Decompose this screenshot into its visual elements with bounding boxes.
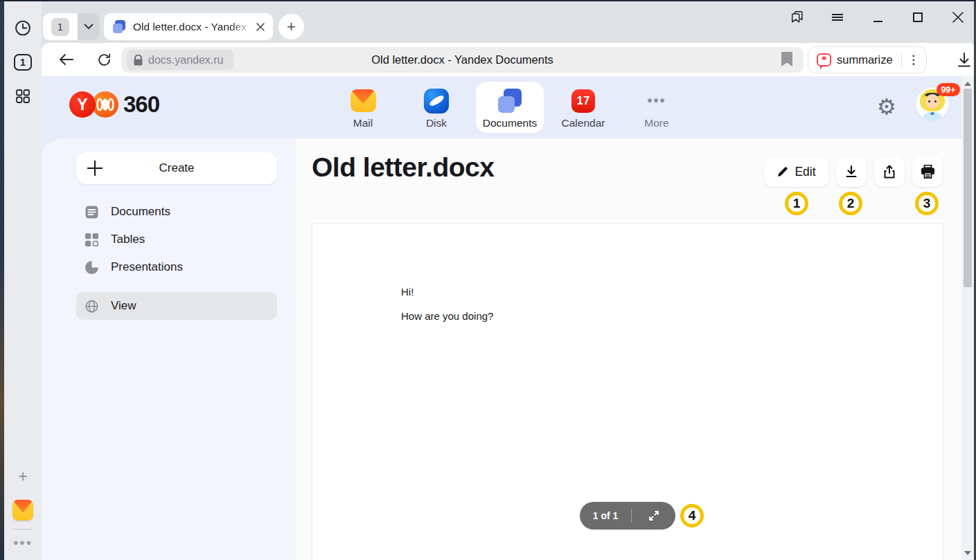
tab-strip: 1 Old letter.docx - Yandex +	[42, 0, 976, 43]
reload-button[interactable]	[90, 43, 118, 76]
sidebar-divider	[13, 529, 33, 530]
sidebar-item-view[interactable]: View	[76, 292, 277, 320]
sidebar-more-icon[interactable]: •••	[13, 534, 33, 551]
tables-icon	[85, 233, 98, 246]
reload-icon	[97, 53, 112, 67]
print-icon	[921, 165, 935, 179]
address-bar[interactable]: Old letter.docx - Yandex Documents docs.…	[121, 47, 804, 73]
yandex-o-icon	[92, 91, 118, 118]
desktop-edge	[0, 0, 4, 560]
logo-360-text: 360	[123, 91, 159, 118]
history-clock-icon[interactable]	[15, 19, 32, 37]
sidebar-item-presentations[interactable]: Presentations	[76, 253, 277, 281]
settings-gear-icon[interactable]: ⚙	[873, 93, 900, 120]
new-tab-button[interactable]: +	[278, 14, 304, 39]
minimize-button[interactable]	[869, 9, 886, 26]
page-scrollbar[interactable]	[961, 76, 974, 560]
more-dots-icon: •••	[644, 88, 670, 114]
annotation-circle-3: 3	[915, 192, 939, 215]
download-icon	[844, 165, 858, 179]
side-panels-icon[interactable]	[789, 9, 806, 26]
yandex-mail-shortcut-icon[interactable]	[12, 500, 33, 521]
notification-badge: 99+	[937, 83, 960, 96]
documents-sidebar: Create Documents Tables Presentations Vi…	[42, 138, 296, 560]
view-globe-icon	[85, 299, 98, 313]
app-nav: Mail Disk Documents 17 Calendar ••• More	[326, 82, 693, 133]
scroll-up-icon[interactable]	[964, 82, 971, 86]
download-arrow-icon	[957, 53, 971, 67]
back-arrow-icon	[59, 53, 74, 66]
url-text: docs.yandex.ru	[148, 54, 224, 66]
scrollbar-thumb[interactable]	[964, 89, 972, 287]
menu-hamburger-icon[interactable]	[829, 9, 846, 26]
document-text-line: Hi!	[401, 286, 414, 298]
tab-count-button[interactable]: 1	[14, 54, 32, 71]
documents-app-icon	[497, 88, 523, 114]
active-tab[interactable]: Old letter.docx - Yandex	[104, 13, 273, 40]
maximize-button[interactable]	[910, 9, 926, 26]
annotation-circle-1: 1	[785, 192, 808, 215]
edit-button[interactable]: Edit	[764, 156, 828, 187]
sidebar-item-tables[interactable]: Tables	[76, 226, 277, 253]
browser-window: 1 + ••• 1 Old letter.docx - Yandex +	[0, 0, 976, 560]
plus-icon	[87, 161, 103, 176]
toolbar-divider	[901, 54, 902, 66]
documents-icon	[85, 205, 98, 219]
nav-item-disk[interactable]: Disk	[402, 82, 470, 133]
scroll-down-icon[interactable]	[964, 551, 971, 555]
page-counter: 1 of 1	[580, 510, 631, 521]
presentations-icon	[85, 260, 98, 274]
tab-title: Old letter.docx - Yandex	[133, 21, 256, 33]
bookmark-icon[interactable]	[781, 52, 792, 66]
sidebar-item-documents[interactable]: Documents	[76, 198, 277, 226]
create-button[interactable]: Create	[76, 152, 277, 184]
window-top-edge	[0, 0, 976, 1]
disk-app-icon	[424, 88, 450, 114]
yandex360-logo[interactable]: Y 360	[69, 91, 159, 118]
close-button[interactable]	[950, 9, 966, 26]
nav-item-calendar[interactable]: 17 Calendar	[549, 82, 617, 133]
nav-item-documents[interactable]: Documents	[476, 82, 544, 133]
page-pager[interactable]: 1 of 1	[580, 502, 675, 530]
tab-group-chevron[interactable]	[78, 13, 100, 40]
tab-group[interactable]: 1	[43, 13, 100, 40]
apps-grid-icon[interactable]	[15, 89, 30, 104]
fullscreen-button[interactable]	[632, 510, 675, 521]
document-view-area: Old letter.docx Edit 1 2 3 Hi! How are y…	[296, 138, 961, 560]
share-button[interactable]	[874, 156, 905, 187]
tab-close-icon[interactable]	[256, 23, 265, 31]
sidebar-add-icon[interactable]: +	[18, 467, 28, 486]
summarize-menu-icon[interactable]: ⋮	[907, 58, 919, 62]
tab-group-count[interactable]: 1	[43, 13, 78, 40]
document-title: Old letter.docx	[312, 152, 494, 183]
nav-item-mail[interactable]: Mail	[329, 82, 397, 133]
print-button[interactable]	[912, 156, 943, 187]
calendar-date-badge: 17	[571, 89, 595, 113]
summarize-quote-icon: ❝	[817, 53, 831, 66]
lock-icon	[134, 55, 143, 66]
yandex-y-icon: Y	[69, 91, 96, 118]
site-info-pill[interactable]: docs.yandex.ru	[127, 50, 233, 70]
summarize-button[interactable]: ❝ summarize ⋮	[808, 46, 927, 73]
calendar-app-icon: 17	[571, 88, 596, 114]
documents-favicon	[112, 20, 126, 34]
edit-pencil-icon	[777, 166, 788, 178]
document-text-line: How are you doing?	[401, 310, 493, 322]
share-icon	[882, 165, 896, 179]
browser-toolbar: Old letter.docx - Yandex Documents docs.…	[42, 43, 976, 76]
nav-item-more[interactable]: ••• More	[623, 82, 691, 133]
browser-sidebar: 1 + •••	[4, 0, 42, 560]
download-button[interactable]	[836, 156, 867, 187]
annotation-circle-4: 4	[680, 504, 704, 527]
annotation-circle-2: 2	[839, 192, 862, 215]
chevron-down-icon	[84, 24, 94, 30]
downloads-button[interactable]	[950, 43, 976, 76]
mail-app-icon	[351, 88, 376, 114]
expand-icon	[648, 510, 659, 521]
back-button[interactable]	[53, 43, 80, 76]
